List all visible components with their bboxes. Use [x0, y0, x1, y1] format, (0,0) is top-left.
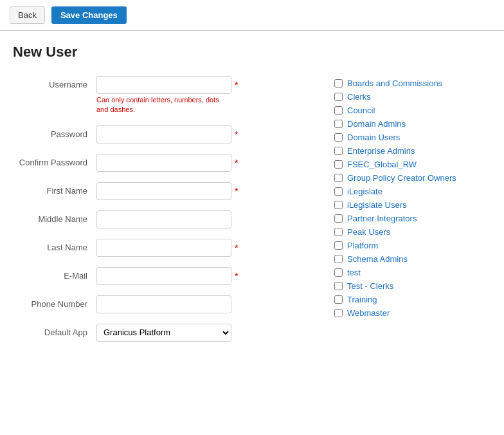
page-content: New User Username * Can only contain let… [0, 31, 504, 365]
group-label[interactable]: Webmaster [347, 308, 390, 318]
group-label[interactable]: Platform [347, 241, 378, 250]
form-left: Username * Can only contain letters, num… [13, 76, 309, 352]
password-required: * [235, 129, 238, 140]
list-item: Platform [334, 241, 491, 250]
list-item: Council [334, 106, 491, 115]
confirm-password-required: * [235, 158, 238, 168]
default-app-field-wrap: Granicus Platform [96, 324, 309, 342]
page-title: New User [13, 44, 491, 60]
phone-input[interactable] [96, 295, 231, 313]
list-item: Test - Clerks [334, 281, 491, 291]
phone-label: Phone Number [13, 295, 96, 309]
email-row: E-Mail * [13, 267, 309, 285]
group-checkbox-platform[interactable] [334, 241, 343, 250]
group-label[interactable]: FSEC_Global_RW [347, 160, 417, 169]
password-input[interactable] [96, 125, 231, 143]
confirm-password-label: Confirm Password [13, 154, 96, 167]
default-app-select[interactable]: Granicus Platform [96, 324, 231, 342]
first-name-required: * [235, 186, 238, 196]
group-checkbox-test[interactable] [334, 268, 343, 277]
confirm-password-input[interactable] [96, 154, 231, 172]
email-label: E-Mail [13, 267, 96, 281]
last-name-row: Last Name * [13, 239, 309, 257]
first-name-field-wrap: * [96, 182, 309, 200]
list-item: iLegislate [334, 187, 491, 196]
form-right: Boards and CommissionsClerksCouncilDomai… [334, 76, 491, 352]
list-item: iLegislate Users [334, 200, 491, 210]
list-item: Domain Users [334, 133, 491, 142]
group-label[interactable]: test [347, 268, 361, 277]
save-changes-button[interactable]: Save Changes [51, 6, 127, 24]
list-item: Domain Admins [334, 119, 491, 129]
first-name-input[interactable] [96, 182, 231, 200]
groups-list: Boards and CommissionsClerksCouncilDomai… [334, 79, 491, 318]
username-hint: Can only contain letters, numbers, dots … [96, 95, 231, 115]
username-label: Username [13, 76, 96, 89]
group-checkbox-group-policy-creator-owners[interactable] [334, 174, 343, 182]
username-input[interactable] [96, 76, 231, 94]
default-app-label: Default App [13, 324, 96, 337]
group-checkbox-domain-admins[interactable] [334, 120, 343, 128]
group-label[interactable]: Partner Integrators [347, 214, 417, 223]
default-app-row: Default App Granicus Platform [13, 324, 309, 342]
last-name-input[interactable] [96, 239, 231, 257]
group-checkbox-training[interactable] [334, 295, 343, 304]
confirm-password-row: Confirm Password * [13, 154, 309, 172]
group-label[interactable]: Domain Users [347, 133, 400, 142]
group-label[interactable]: Enterprise Admins [347, 146, 415, 156]
list-item: Enterprise Admins [334, 146, 491, 156]
group-checkbox-test---clerks[interactable] [334, 282, 343, 290]
group-label[interactable]: Test - Clerks [347, 281, 393, 291]
middle-name-field-wrap [96, 210, 309, 228]
group-checkbox-partner-integrators[interactable] [334, 214, 343, 223]
group-checkbox-webmaster[interactable] [334, 309, 343, 317]
list-item: Peak Users [334, 227, 491, 237]
group-checkbox-clerks[interactable] [334, 93, 343, 101]
group-checkbox-domain-users[interactable] [334, 133, 343, 142]
group-checkbox-ilegislate-users[interactable] [334, 201, 343, 209]
group-checkbox-schema-admins[interactable] [334, 255, 343, 263]
email-required: * [235, 271, 238, 281]
middle-name-input[interactable] [96, 210, 231, 228]
group-label[interactable]: iLegislate [347, 187, 382, 196]
list-item: Partner Integrators [334, 214, 491, 223]
group-checkbox-fsec_global_rw[interactable] [334, 160, 343, 169]
group-label[interactable]: Peak Users [347, 227, 390, 237]
email-input[interactable] [96, 267, 231, 285]
first-name-row: First Name * [13, 182, 309, 200]
list-item: Schema Admins [334, 254, 491, 264]
group-checkbox-peak-users[interactable] [334, 228, 343, 236]
form-area: Username * Can only contain letters, num… [13, 76, 491, 352]
last-name-label: Last Name [13, 239, 96, 252]
group-label[interactable]: iLegislate Users [347, 200, 407, 210]
group-label[interactable]: Boards and Commissions [347, 79, 442, 88]
group-label[interactable]: Training [347, 295, 377, 304]
group-checkbox-enterprise-admins[interactable] [334, 147, 343, 155]
list-item: Clerks [334, 92, 491, 102]
phone-row: Phone Number [13, 295, 309, 313]
list-item: Group Policy Creator Owners [334, 173, 491, 183]
group-checkbox-council[interactable] [334, 106, 343, 115]
phone-field-wrap [96, 295, 309, 313]
username-field-wrap: * Can only contain letters, numbers, dot… [96, 76, 309, 115]
middle-name-label: Middle Name [13, 210, 96, 224]
password-row: Password * [13, 125, 309, 143]
back-button[interactable]: Back [10, 6, 45, 24]
username-row: Username * Can only contain letters, num… [13, 76, 309, 115]
username-required: * [235, 80, 238, 90]
group-label[interactable]: Domain Admins [347, 119, 406, 129]
list-item: Boards and Commissions [334, 79, 491, 88]
list-item: test [334, 268, 491, 277]
group-label[interactable]: Council [347, 106, 375, 115]
group-checkbox-ilegislate[interactable] [334, 187, 343, 196]
group-label[interactable]: Clerks [347, 92, 371, 102]
password-field-wrap: * [96, 125, 309, 143]
first-name-label: First Name [13, 182, 96, 196]
group-checkbox-boards-and-commissions[interactable] [334, 79, 343, 88]
last-name-required: * [235, 243, 238, 253]
top-bar: Back Save Changes [0, 0, 504, 31]
list-item: Training [334, 295, 491, 304]
list-item: FSEC_Global_RW [334, 160, 491, 169]
group-label[interactable]: Group Policy Creator Owners [347, 173, 456, 183]
group-label[interactable]: Schema Admins [347, 254, 408, 264]
